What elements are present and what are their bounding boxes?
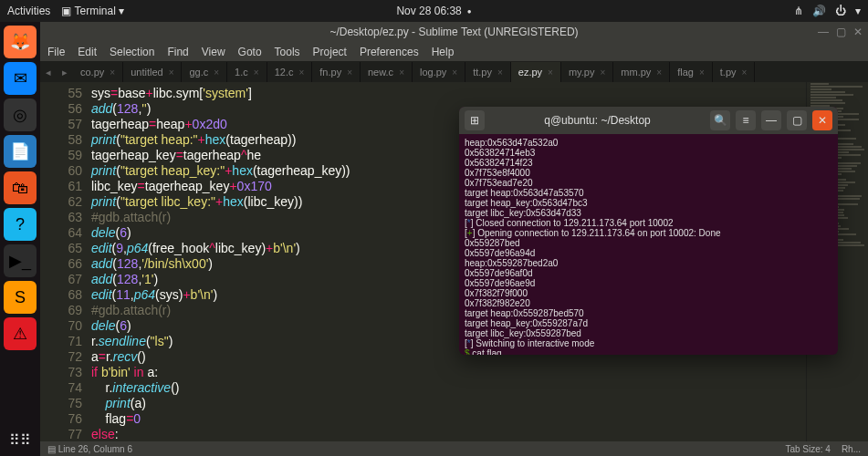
menu-selection[interactable]: Selection bbox=[110, 46, 154, 58]
new-tab-button[interactable]: ⊞ bbox=[465, 110, 485, 130]
tab-log-py[interactable]: log.py× bbox=[413, 62, 465, 82]
status-syntax[interactable]: Rh... bbox=[842, 444, 861, 454]
menu-tools[interactable]: Tools bbox=[275, 46, 300, 58]
terminal-window: ⊞ q@ubuntu: ~/Desktop 🔍 ≡ — ▢ ✕ heap:0x5… bbox=[459, 107, 838, 355]
dock-help[interactable]: ? bbox=[4, 208, 37, 241]
close-icon[interactable]: ✕ bbox=[853, 26, 863, 38]
menu-preferences[interactable]: Preferences bbox=[360, 46, 419, 58]
tab-close-icon[interactable]: × bbox=[298, 67, 304, 78]
term-close-icon[interactable]: ✕ bbox=[812, 110, 832, 130]
system-menu-icon[interactable]: ▾ bbox=[855, 5, 861, 17]
tab-close-icon[interactable]: × bbox=[742, 67, 748, 78]
activities-button[interactable]: Activities bbox=[7, 5, 50, 17]
tab-my-py[interactable]: my.py× bbox=[561, 62, 613, 82]
menu-goto[interactable]: Goto bbox=[238, 46, 262, 58]
dock-terminal[interactable]: ▶_ bbox=[4, 244, 37, 277]
tab-close-icon[interactable]: × bbox=[214, 67, 219, 78]
menu-find[interactable]: Find bbox=[167, 46, 188, 58]
minimize-icon[interactable]: — bbox=[818, 26, 829, 38]
tab-flag[interactable]: flag× bbox=[670, 62, 713, 82]
clock[interactable]: Nov 28 06:38 bbox=[396, 5, 461, 17]
tab-close-icon[interactable]: × bbox=[254, 67, 259, 78]
tab-t-py[interactable]: t.py× bbox=[713, 62, 756, 82]
tab-1-c[interactable]: 1.c× bbox=[227, 62, 267, 82]
tab-close-icon[interactable]: × bbox=[169, 67, 174, 78]
dock-firefox[interactable]: 🦊 bbox=[4, 26, 37, 58]
tab-fn-py[interactable]: fn.py× bbox=[312, 62, 361, 82]
search-icon[interactable]: 🔍 bbox=[710, 110, 730, 130]
dock-rhythmbox[interactable]: ◎ bbox=[4, 98, 37, 131]
menu-project[interactable]: Project bbox=[313, 46, 347, 58]
tab-close-icon[interactable]: × bbox=[548, 67, 553, 78]
tab-nav-back-icon[interactable]: ◂ bbox=[40, 67, 57, 78]
network-icon[interactable]: ⋔ bbox=[794, 5, 803, 17]
tab-close-icon[interactable]: × bbox=[699, 67, 705, 78]
menu-help[interactable]: Help bbox=[432, 46, 455, 58]
window-titlebar: ~/Desktop/ez.py - Sublime Text (UNREGIST… bbox=[40, 22, 868, 42]
terminal-title: q@ubuntu: ~/Desktop bbox=[490, 114, 705, 127]
tab-12-c[interactable]: 12.c× bbox=[267, 62, 313, 82]
show-apps-icon[interactable]: ⠿⠿ bbox=[9, 431, 31, 449]
tab-untitled[interactable]: untitled× bbox=[123, 62, 182, 82]
term-maximize-icon[interactable]: ▢ bbox=[787, 110, 807, 130]
window-title: ~/Desktop/ez.py - Sublime Text (UNREGIST… bbox=[329, 26, 578, 38]
tab-close-icon[interactable]: × bbox=[347, 67, 352, 78]
status-icon[interactable]: ▤ bbox=[47, 444, 56, 454]
terminal-body[interactable]: heap:0x563d47a532a00x563824714eb30x56382… bbox=[459, 134, 838, 355]
dock-writer[interactable]: 📄 bbox=[4, 135, 37, 168]
dock-software[interactable]: 🛍 bbox=[4, 171, 37, 204]
maximize-icon[interactable]: ▢ bbox=[836, 26, 846, 38]
gnome-topbar: Activities ▣ Terminal ▾ Nov 28 06:38● ⋔ … bbox=[0, 0, 868, 22]
power-icon[interactable]: ⏻ bbox=[835, 5, 846, 17]
terminal-titlebar: ⊞ q@ubuntu: ~/Desktop 🔍 ≡ — ▢ ✕ bbox=[459, 107, 838, 134]
dock: 🦊 ✉ ◎ 📄 🛍 ? ▶_ S ⚠ ⠿⠿ bbox=[0, 22, 40, 456]
tab-tt-py[interactable]: tt.py× bbox=[465, 62, 511, 82]
tab-nav-fwd-icon[interactable]: ▸ bbox=[57, 67, 73, 78]
tab-close-icon[interactable]: × bbox=[110, 67, 115, 78]
dock-thunderbird[interactable]: ✉ bbox=[4, 62, 37, 95]
tab-close-icon[interactable]: × bbox=[452, 67, 457, 78]
tab-mm-py[interactable]: mm.py× bbox=[613, 62, 670, 82]
tab-ez-py[interactable]: ez.py× bbox=[511, 62, 561, 82]
tab-new-c[interactable]: new.c× bbox=[361, 62, 413, 82]
statusbar: ▤ Line 26, Column 6 Tab Size: 4 Rh... bbox=[40, 441, 868, 456]
gutter: 5556575859606162636465666768697071727374… bbox=[40, 82, 91, 441]
volume-icon[interactable]: 🔊 bbox=[812, 5, 826, 17]
app-menu[interactable]: ▣ Terminal ▾ bbox=[61, 5, 124, 17]
status-tabsize[interactable]: Tab Size: 4 bbox=[785, 444, 830, 454]
tab-co-py[interactable]: co.py× bbox=[73, 62, 123, 82]
tab-close-icon[interactable]: × bbox=[399, 67, 404, 78]
tab-gg-c[interactable]: gg.c× bbox=[182, 62, 227, 82]
term-minimize-icon[interactable]: — bbox=[761, 110, 781, 130]
dock-sublime[interactable]: S bbox=[4, 281, 37, 314]
menu-icon[interactable]: ≡ bbox=[736, 110, 756, 130]
menu-file[interactable]: File bbox=[47, 46, 65, 58]
dock-report[interactable]: ⚠ bbox=[4, 317, 37, 350]
menu-edit[interactable]: Edit bbox=[78, 46, 97, 58]
tab-close-icon[interactable]: × bbox=[497, 67, 503, 78]
tab-close-icon[interactable]: × bbox=[600, 67, 605, 78]
menu-view[interactable]: View bbox=[202, 46, 225, 58]
status-line-col[interactable]: Line 26, Column 6 bbox=[58, 444, 132, 454]
tab-close-icon[interactable]: × bbox=[656, 67, 662, 78]
tabbar: ◂ ▸ co.py×untitled×gg.c×1.c×12.c×fn.py×n… bbox=[40, 62, 868, 82]
menubar: FileEditSelectionFindViewGotoToolsProjec… bbox=[40, 42, 868, 62]
